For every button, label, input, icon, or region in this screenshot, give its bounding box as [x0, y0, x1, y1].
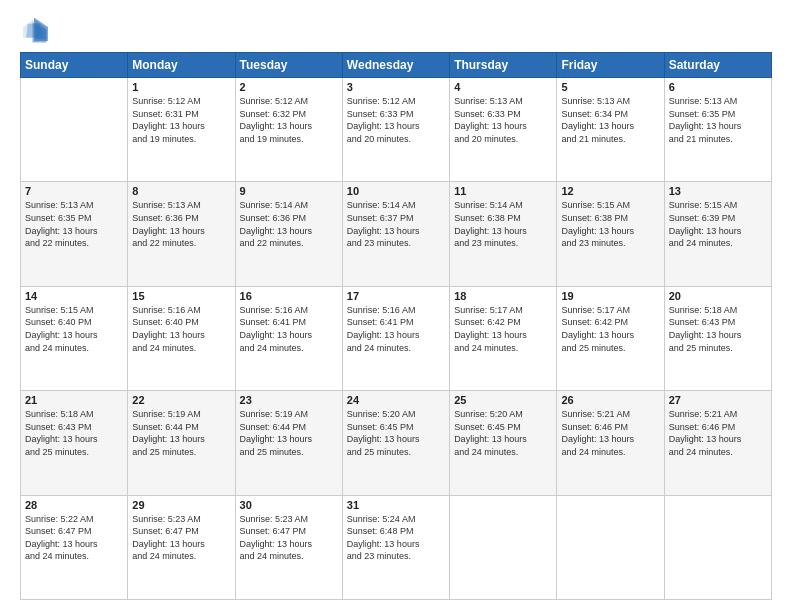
calendar-cell [21, 78, 128, 182]
day-number: 23 [240, 394, 338, 406]
calendar-cell: 25Sunrise: 5:20 AMSunset: 6:45 PMDayligh… [450, 391, 557, 495]
day-number: 1 [132, 81, 230, 93]
calendar-cell: 18Sunrise: 5:17 AMSunset: 6:42 PMDayligh… [450, 286, 557, 390]
calendar-cell: 15Sunrise: 5:16 AMSunset: 6:40 PMDayligh… [128, 286, 235, 390]
day-number: 22 [132, 394, 230, 406]
calendar-table: SundayMondayTuesdayWednesdayThursdayFrid… [20, 52, 772, 600]
weekday-thursday: Thursday [450, 53, 557, 78]
day-number: 27 [669, 394, 767, 406]
day-info: Sunrise: 5:13 AMSunset: 6:35 PMDaylight:… [25, 199, 123, 249]
weekday-friday: Friday [557, 53, 664, 78]
header [20, 16, 772, 44]
calendar-week-1: 1Sunrise: 5:12 AMSunset: 6:31 PMDaylight… [21, 78, 772, 182]
calendar-cell: 12Sunrise: 5:15 AMSunset: 6:38 PMDayligh… [557, 182, 664, 286]
day-number: 7 [25, 185, 123, 197]
day-number: 30 [240, 499, 338, 511]
day-info: Sunrise: 5:15 AMSunset: 6:40 PMDaylight:… [25, 304, 123, 354]
calendar-week-2: 7Sunrise: 5:13 AMSunset: 6:35 PMDaylight… [21, 182, 772, 286]
calendar-week-5: 28Sunrise: 5:22 AMSunset: 6:47 PMDayligh… [21, 495, 772, 599]
day-number: 13 [669, 185, 767, 197]
weekday-monday: Monday [128, 53, 235, 78]
day-number: 18 [454, 290, 552, 302]
day-info: Sunrise: 5:24 AMSunset: 6:48 PMDaylight:… [347, 513, 445, 563]
day-number: 17 [347, 290, 445, 302]
day-info: Sunrise: 5:13 AMSunset: 6:36 PMDaylight:… [132, 199, 230, 249]
calendar-week-4: 21Sunrise: 5:18 AMSunset: 6:43 PMDayligh… [21, 391, 772, 495]
calendar-cell: 10Sunrise: 5:14 AMSunset: 6:37 PMDayligh… [342, 182, 449, 286]
calendar-cell: 3Sunrise: 5:12 AMSunset: 6:33 PMDaylight… [342, 78, 449, 182]
calendar-cell: 16Sunrise: 5:16 AMSunset: 6:41 PMDayligh… [235, 286, 342, 390]
calendar-cell: 23Sunrise: 5:19 AMSunset: 6:44 PMDayligh… [235, 391, 342, 495]
day-info: Sunrise: 5:20 AMSunset: 6:45 PMDaylight:… [454, 408, 552, 458]
page: SundayMondayTuesdayWednesdayThursdayFrid… [0, 0, 792, 612]
day-info: Sunrise: 5:13 AMSunset: 6:34 PMDaylight:… [561, 95, 659, 145]
logo-icon [20, 16, 48, 44]
calendar-cell: 17Sunrise: 5:16 AMSunset: 6:41 PMDayligh… [342, 286, 449, 390]
calendar-cell: 26Sunrise: 5:21 AMSunset: 6:46 PMDayligh… [557, 391, 664, 495]
day-info: Sunrise: 5:22 AMSunset: 6:47 PMDaylight:… [25, 513, 123, 563]
day-info: Sunrise: 5:16 AMSunset: 6:41 PMDaylight:… [347, 304, 445, 354]
day-info: Sunrise: 5:12 AMSunset: 6:32 PMDaylight:… [240, 95, 338, 145]
logo [20, 16, 52, 44]
day-info: Sunrise: 5:18 AMSunset: 6:43 PMDaylight:… [669, 304, 767, 354]
day-number: 3 [347, 81, 445, 93]
day-info: Sunrise: 5:15 AMSunset: 6:39 PMDaylight:… [669, 199, 767, 249]
calendar-cell: 21Sunrise: 5:18 AMSunset: 6:43 PMDayligh… [21, 391, 128, 495]
day-number: 28 [25, 499, 123, 511]
day-info: Sunrise: 5:21 AMSunset: 6:46 PMDaylight:… [669, 408, 767, 458]
day-info: Sunrise: 5:17 AMSunset: 6:42 PMDaylight:… [454, 304, 552, 354]
day-number: 5 [561, 81, 659, 93]
day-number: 19 [561, 290, 659, 302]
day-info: Sunrise: 5:17 AMSunset: 6:42 PMDaylight:… [561, 304, 659, 354]
day-number: 15 [132, 290, 230, 302]
day-info: Sunrise: 5:23 AMSunset: 6:47 PMDaylight:… [240, 513, 338, 563]
day-info: Sunrise: 5:12 AMSunset: 6:33 PMDaylight:… [347, 95, 445, 145]
day-number: 24 [347, 394, 445, 406]
calendar-cell: 5Sunrise: 5:13 AMSunset: 6:34 PMDaylight… [557, 78, 664, 182]
day-info: Sunrise: 5:15 AMSunset: 6:38 PMDaylight:… [561, 199, 659, 249]
calendar-cell [664, 495, 771, 599]
day-number: 8 [132, 185, 230, 197]
day-number: 25 [454, 394, 552, 406]
weekday-tuesday: Tuesday [235, 53, 342, 78]
day-number: 12 [561, 185, 659, 197]
day-number: 29 [132, 499, 230, 511]
day-info: Sunrise: 5:13 AMSunset: 6:33 PMDaylight:… [454, 95, 552, 145]
day-info: Sunrise: 5:23 AMSunset: 6:47 PMDaylight:… [132, 513, 230, 563]
calendar-cell: 28Sunrise: 5:22 AMSunset: 6:47 PMDayligh… [21, 495, 128, 599]
day-number: 14 [25, 290, 123, 302]
day-info: Sunrise: 5:13 AMSunset: 6:35 PMDaylight:… [669, 95, 767, 145]
day-info: Sunrise: 5:12 AMSunset: 6:31 PMDaylight:… [132, 95, 230, 145]
calendar-cell: 30Sunrise: 5:23 AMSunset: 6:47 PMDayligh… [235, 495, 342, 599]
calendar-cell [450, 495, 557, 599]
weekday-header-row: SundayMondayTuesdayWednesdayThursdayFrid… [21, 53, 772, 78]
calendar-cell: 31Sunrise: 5:24 AMSunset: 6:48 PMDayligh… [342, 495, 449, 599]
day-info: Sunrise: 5:19 AMSunset: 6:44 PMDaylight:… [240, 408, 338, 458]
day-info: Sunrise: 5:20 AMSunset: 6:45 PMDaylight:… [347, 408, 445, 458]
calendar-week-3: 14Sunrise: 5:15 AMSunset: 6:40 PMDayligh… [21, 286, 772, 390]
calendar-cell: 2Sunrise: 5:12 AMSunset: 6:32 PMDaylight… [235, 78, 342, 182]
calendar-cell: 4Sunrise: 5:13 AMSunset: 6:33 PMDaylight… [450, 78, 557, 182]
day-number: 4 [454, 81, 552, 93]
weekday-wednesday: Wednesday [342, 53, 449, 78]
day-number: 21 [25, 394, 123, 406]
calendar-cell: 20Sunrise: 5:18 AMSunset: 6:43 PMDayligh… [664, 286, 771, 390]
day-number: 6 [669, 81, 767, 93]
weekday-sunday: Sunday [21, 53, 128, 78]
day-info: Sunrise: 5:16 AMSunset: 6:40 PMDaylight:… [132, 304, 230, 354]
calendar-cell: 9Sunrise: 5:14 AMSunset: 6:36 PMDaylight… [235, 182, 342, 286]
day-info: Sunrise: 5:19 AMSunset: 6:44 PMDaylight:… [132, 408, 230, 458]
day-number: 16 [240, 290, 338, 302]
calendar-cell: 8Sunrise: 5:13 AMSunset: 6:36 PMDaylight… [128, 182, 235, 286]
day-number: 2 [240, 81, 338, 93]
day-number: 10 [347, 185, 445, 197]
calendar-cell: 14Sunrise: 5:15 AMSunset: 6:40 PMDayligh… [21, 286, 128, 390]
calendar-cell: 7Sunrise: 5:13 AMSunset: 6:35 PMDaylight… [21, 182, 128, 286]
day-info: Sunrise: 5:14 AMSunset: 6:36 PMDaylight:… [240, 199, 338, 249]
calendar-cell: 27Sunrise: 5:21 AMSunset: 6:46 PMDayligh… [664, 391, 771, 495]
day-number: 20 [669, 290, 767, 302]
weekday-saturday: Saturday [664, 53, 771, 78]
calendar-cell: 29Sunrise: 5:23 AMSunset: 6:47 PMDayligh… [128, 495, 235, 599]
calendar-cell: 19Sunrise: 5:17 AMSunset: 6:42 PMDayligh… [557, 286, 664, 390]
day-number: 9 [240, 185, 338, 197]
